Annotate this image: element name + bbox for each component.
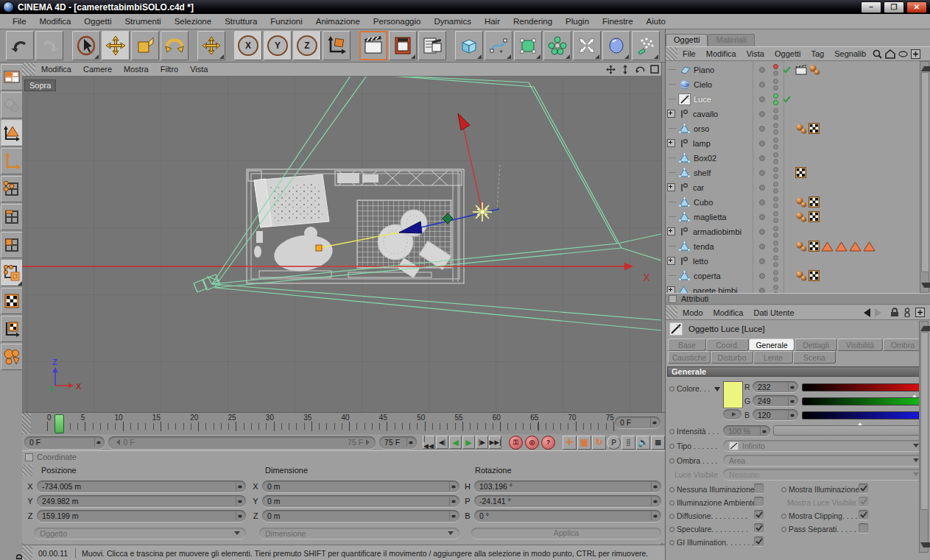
spinner-icon[interactable] bbox=[449, 482, 457, 491]
intensity-slider[interactable] bbox=[773, 425, 925, 436]
scroll-down-icon[interactable] bbox=[921, 283, 930, 291]
apply-button[interactable]: Applica bbox=[471, 528, 661, 539]
add-metaball-button[interactable] bbox=[602, 31, 630, 60]
layer-dot[interactable] bbox=[759, 229, 765, 235]
enabled-check-icon[interactable] bbox=[783, 66, 791, 74]
editor-visibility-dot[interactable] bbox=[773, 241, 778, 246]
channel-b-field[interactable]: 120 bbox=[753, 409, 798, 420]
spinner-icon[interactable] bbox=[449, 497, 457, 506]
viewport-zoom-icon[interactable] bbox=[619, 64, 631, 74]
editor-visibility-dot[interactable] bbox=[773, 64, 778, 69]
object-row-shelf[interactable]: shelf bbox=[666, 166, 919, 180]
render-visibility-dot[interactable] bbox=[773, 203, 778, 208]
spinner-icon[interactable] bbox=[650, 418, 658, 427]
tab-ombra[interactable]: Ombra bbox=[883, 339, 923, 351]
scroll-up-icon[interactable] bbox=[921, 63, 930, 71]
channel-r-field[interactable]: 232 bbox=[753, 381, 798, 392]
rotation-p-field[interactable]: -24.141 ° bbox=[474, 495, 661, 507]
lock-icon[interactable] bbox=[890, 308, 899, 317]
object-row-box02[interactable]: Box02 bbox=[666, 151, 919, 165]
rotate-tool-button[interactable] bbox=[161, 31, 189, 60]
object-row-maglietta[interactable]: maglietta bbox=[666, 210, 919, 224]
model-mode-button[interactable] bbox=[1, 120, 23, 146]
object-uvw-mode-button[interactable] bbox=[1, 316, 23, 342]
layer-dot[interactable] bbox=[759, 258, 765, 264]
vp-menu-filtro[interactable]: Filtro bbox=[155, 64, 184, 74]
channel-g-field[interactable]: 249 bbox=[753, 395, 798, 406]
editor-visibility-dot[interactable] bbox=[773, 138, 778, 143]
key-parameter-toggle[interactable]: P bbox=[607, 436, 621, 450]
selection-tag-icon[interactable] bbox=[821, 241, 834, 252]
spinner-icon[interactable] bbox=[651, 497, 658, 506]
render-visibility-dot[interactable] bbox=[773, 218, 778, 223]
animation-mode-button[interactable] bbox=[1, 344, 23, 370]
scroll-up-icon[interactable] bbox=[920, 323, 930, 331]
expand-icon[interactable] bbox=[667, 257, 675, 265]
editor-visibility-dot[interactable] bbox=[773, 285, 778, 290]
uvw-tag-icon[interactable] bbox=[795, 167, 806, 178]
section-header-generale[interactable]: Generale bbox=[667, 366, 928, 377]
menu-oggetti[interactable]: Oggetti bbox=[77, 15, 118, 27]
menu-funzioni[interactable]: Funzioni bbox=[264, 15, 309, 27]
editor-visibility-dot[interactable] bbox=[773, 152, 778, 157]
vp-menu-vista[interactable]: Vista bbox=[184, 64, 214, 74]
record-keyframe-button[interactable]: ⚿ bbox=[509, 436, 523, 450]
tab-dettagli[interactable]: Dettagli bbox=[795, 339, 837, 351]
coordinates-grip[interactable] bbox=[22, 464, 32, 476]
coordinate-mode-dropdown[interactable]: Oggetto bbox=[34, 528, 246, 539]
add-particles-button[interactable] bbox=[632, 31, 660, 60]
viewport-canvas[interactable]: X bbox=[22, 77, 661, 412]
tab-oggetti[interactable]: Oggetti bbox=[666, 34, 708, 46]
size-z-field[interactable]: 0 m bbox=[262, 510, 459, 522]
object-row-coperta[interactable]: coperta bbox=[666, 269, 919, 283]
object-row-luce[interactable]: Luce bbox=[666, 92, 919, 106]
add-hypernurbs-button[interactable] bbox=[514, 31, 542, 60]
attr-menu-modo[interactable]: Modo bbox=[677, 308, 708, 318]
render-visibility-dot[interactable] bbox=[773, 130, 778, 135]
cb-mostra-luce-visibile[interactable] bbox=[859, 497, 868, 506]
restore-button[interactable]: ❐ bbox=[884, 1, 904, 13]
compositing-tag-icon[interactable] bbox=[795, 65, 807, 75]
layer-dot[interactable] bbox=[759, 273, 765, 279]
vp-menu-mostra[interactable]: Mostra bbox=[118, 64, 155, 74]
render-visibility-dot[interactable] bbox=[773, 100, 778, 105]
material-tag-icon[interactable] bbox=[795, 197, 807, 208]
previous-frame-button[interactable]: ◀| bbox=[436, 436, 448, 449]
cb-speculare[interactable] bbox=[754, 523, 764, 533]
size-y-field[interactable]: 0 m bbox=[262, 495, 459, 507]
spinner-icon[interactable] bbox=[788, 383, 795, 391]
channel-g-gradient[interactable] bbox=[802, 397, 926, 405]
frame-range-slider[interactable]: 0 F 75 F bbox=[108, 436, 376, 449]
texture-axis-mode-button[interactable] bbox=[1, 288, 23, 314]
om-menu-file[interactable]: File bbox=[677, 49, 701, 59]
layer-dot[interactable] bbox=[759, 96, 765, 102]
add-array-button[interactable] bbox=[543, 31, 571, 60]
layer-dot[interactable] bbox=[759, 126, 765, 132]
render-visibility-dot[interactable] bbox=[773, 115, 778, 120]
spinner-icon[interactable] bbox=[236, 497, 243, 506]
spinner-icon[interactable] bbox=[651, 511, 658, 520]
object-row-lamp[interactable]: lamp bbox=[666, 136, 919, 150]
vp-menu-modifica[interactable]: Modifica bbox=[35, 64, 77, 74]
render-visibility-dot[interactable] bbox=[773, 277, 778, 282]
position-z-field[interactable]: 159.199 m bbox=[37, 510, 246, 522]
object-row-car[interactable]: car bbox=[666, 180, 919, 194]
tab-caustiche[interactable]: Caustiche bbox=[668, 351, 711, 364]
spinner-icon[interactable] bbox=[788, 411, 795, 419]
object-row-parete-bimbi[interactable]: parete bimbi bbox=[666, 283, 919, 293]
spinner-icon[interactable] bbox=[236, 511, 243, 520]
lock-z-axis-button[interactable]: Z bbox=[293, 31, 321, 60]
history-back-icon[interactable] bbox=[859, 308, 870, 317]
texture-mode-button[interactable] bbox=[1, 260, 23, 286]
viewport-maximize-icon[interactable] bbox=[649, 64, 660, 74]
render-picture-viewer-button[interactable] bbox=[389, 31, 417, 60]
viewport-rotate-icon[interactable] bbox=[634, 64, 646, 74]
object-row-cielo[interactable]: Cielo bbox=[666, 77, 919, 91]
visible-light-dropdown[interactable]: Nessuno bbox=[723, 469, 925, 480]
timeline-grip[interactable] bbox=[22, 413, 31, 434]
scrollbar-thumb[interactable] bbox=[920, 332, 929, 510]
live-selection-button[interactable] bbox=[72, 31, 100, 60]
coordinate-system-button[interactable] bbox=[323, 31, 350, 60]
range-right-arrow-icon[interactable] bbox=[366, 439, 373, 445]
bookmark-oval-icon[interactable] bbox=[898, 51, 908, 57]
